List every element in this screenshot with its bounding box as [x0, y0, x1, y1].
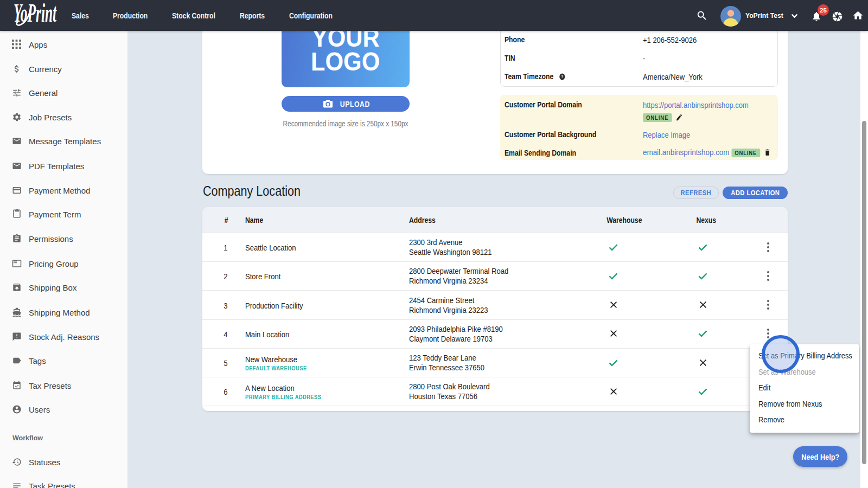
svg-text:?: ? [561, 74, 564, 80]
